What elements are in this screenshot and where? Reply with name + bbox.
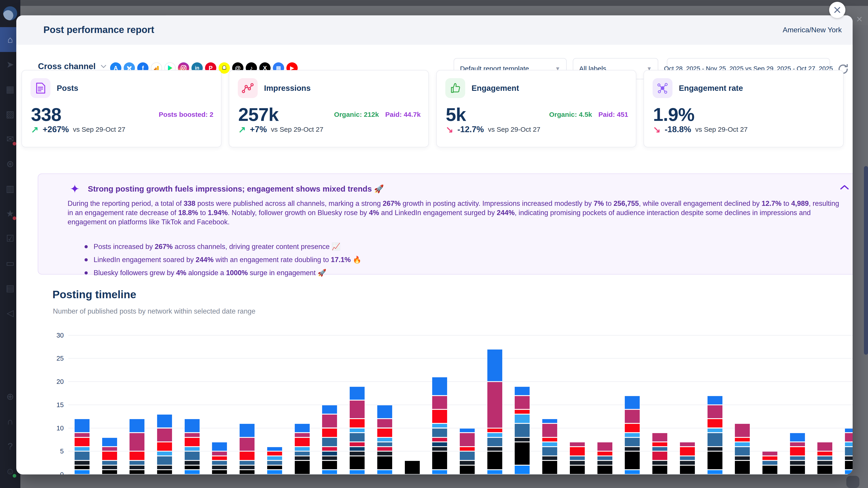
- bar-segment-bluesky-12-nov[interactable]: [487, 470, 502, 474]
- bar-segment-x-7-nov[interactable]: [350, 452, 365, 455]
- bar-segment-threads-6-nov[interactable]: [322, 452, 337, 455]
- bar-segment-facebook-11-nov[interactable]: [460, 429, 475, 432]
- bar-segment-tiktok-20-nov[interactable]: [708, 452, 722, 469]
- overlay-close-icon[interactable]: ×: [854, 13, 865, 24]
- bar-segment-facebook-12-nov[interactable]: [487, 350, 502, 381]
- bar-segment-x-28-oct[interactable]: [74, 461, 90, 465]
- bar-segment-facebook-7-nov[interactable]: [350, 387, 365, 400]
- bar-segment-instagram-3-nov[interactable]: [240, 438, 254, 451]
- bar-segment-youtube-8-nov[interactable]: [377, 429, 392, 437]
- bar-segment-twitter-14-nov[interactable]: [542, 442, 557, 446]
- bar-segment-tiktok-2-nov[interactable]: [212, 470, 227, 474]
- bar-segment-x-14-nov[interactable]: [542, 456, 557, 460]
- bar-segment-pinterest-10-nov[interactable]: [432, 438, 447, 442]
- bar-segment-instagram-17-nov[interactable]: [625, 410, 640, 423]
- bar-segment-facebook-8-nov[interactable]: [377, 405, 392, 418]
- bar-segment-twitter-21-nov[interactable]: [735, 442, 750, 446]
- bar-segment-tiktok-22-nov[interactable]: [763, 466, 777, 474]
- bar-segment-x-3-nov[interactable]: [240, 466, 254, 469]
- bar-segment-bluesky-13-nov[interactable]: [515, 466, 530, 474]
- bar-segment-twitter-1-nov[interactable]: [185, 447, 199, 451]
- bar-segment-instagram-30-oct[interactable]: [129, 433, 145, 451]
- bar-segment-linkedin-11-nov[interactable]: [460, 452, 475, 460]
- bar-segment-instagram-15-nov[interactable]: [570, 442, 585, 446]
- bar-segment-tiktok-18-nov[interactable]: [652, 466, 667, 474]
- bar-segment-instagram-16-nov[interactable]: [597, 442, 612, 451]
- bar-segment-tiktok-7-nov[interactable]: [350, 456, 365, 469]
- bar-segment-linkedin-23-nov[interactable]: [790, 456, 805, 460]
- bar-segment-x-15-nov[interactable]: [570, 461, 585, 465]
- bar-segment-twitter-20-nov[interactable]: [708, 429, 722, 432]
- bar-segment-facebook-2-nov[interactable]: [212, 442, 227, 451]
- bar-segment-pinterest-8-nov[interactable]: [377, 447, 392, 451]
- bar-segment-facebook-31-oct[interactable]: [157, 415, 172, 428]
- bar-segment-tiktok-10-nov[interactable]: [432, 452, 447, 469]
- bar-segment-linkedin-4-nov[interactable]: [267, 461, 282, 465]
- bar-segment-twitter-28-oct[interactable]: [74, 447, 90, 451]
- bar-segment-youtube-4-nov[interactable]: [267, 452, 282, 455]
- bar-segment-youtube-31-oct[interactable]: [157, 442, 172, 451]
- bar-segment-tiktok-13-nov[interactable]: [515, 442, 530, 465]
- bar-segment-instagram-20-nov[interactable]: [708, 405, 722, 418]
- bar-segment-tiktok-9-nov[interactable]: [405, 461, 420, 474]
- bar-segment-linkedin-5-nov[interactable]: [295, 452, 310, 455]
- bar-segment-x-21-nov[interactable]: [735, 456, 750, 460]
- bar-segment-facebook-4-nov[interactable]: [267, 447, 282, 451]
- bar-segment-youtube-23-nov[interactable]: [790, 447, 805, 455]
- bar-segment-youtube-18-nov[interactable]: [652, 442, 667, 446]
- bar-segment-bluesky-4-nov[interactable]: [267, 470, 282, 474]
- bar-segment-instagram-1-nov[interactable]: [185, 433, 199, 437]
- bar-segment-facebook-1-nov[interactable]: [185, 419, 199, 432]
- bar-segment-facebook-30-oct[interactable]: [129, 419, 145, 432]
- bar-segment-twitter-10-nov[interactable]: [432, 424, 447, 428]
- bar-segment-linkedin-21-nov[interactable]: [735, 447, 750, 455]
- bar-segment-facebook-13-nov[interactable]: [515, 387, 530, 395]
- bar-segment-bluesky-6-nov[interactable]: [322, 470, 337, 474]
- bar-segment-youtube-11-nov[interactable]: [460, 447, 475, 451]
- bar-segment-twitter-31-oct[interactable]: [157, 452, 172, 455]
- bar-segment-linkedin-12-nov[interactable]: [487, 438, 502, 446]
- bar-segment-x-2-nov[interactable]: [212, 466, 227, 469]
- bar-segment-linkedin-30-oct[interactable]: [129, 461, 145, 465]
- bar-segment-tiktok-8-nov[interactable]: [377, 456, 392, 469]
- bar-segment-x-19-nov[interactable]: [680, 461, 695, 465]
- bar-segment-youtube-3-nov[interactable]: [240, 452, 254, 460]
- brand-logo[interactable]: [3, 6, 17, 20]
- bar-segment-youtube-16-nov[interactable]: [597, 452, 612, 455]
- bar-segment-tiktok-30-oct[interactable]: [129, 470, 145, 474]
- bar-segment-x-31-oct[interactable]: [157, 466, 172, 469]
- bar-segment-tiktok-24-nov[interactable]: [817, 466, 832, 474]
- bar-segment-x-16-nov[interactable]: [597, 461, 612, 465]
- bar-segment-instagram-21-nov[interactable]: [735, 424, 750, 437]
- bar-segment-linkedin-7-nov[interactable]: [350, 433, 365, 442]
- bar-segment-x-8-nov[interactable]: [377, 452, 392, 455]
- bar-segment-x-1-nov[interactable]: [185, 461, 199, 465]
- bar-segment-youtube-15-nov[interactable]: [570, 447, 585, 455]
- bar-segment-pinterest-6-nov[interactable]: [322, 447, 337, 451]
- bar-segment-youtube-2-nov[interactable]: [212, 456, 227, 460]
- bar-segment-linkedin-2-nov[interactable]: [212, 461, 227, 465]
- bar-segment-instagram-7-nov[interactable]: [350, 400, 365, 418]
- bar-segment-tiktok-15-nov[interactable]: [570, 466, 585, 474]
- bar-segment-x-29-oct[interactable]: [102, 466, 117, 469]
- bar-segment-linkedin-24-nov[interactable]: [817, 456, 832, 460]
- bar-segment-tiktok-4-nov[interactable]: [267, 466, 282, 469]
- bar-segment-linkedin-8-nov[interactable]: [377, 442, 392, 446]
- bar-segment-instagram-13-nov[interactable]: [515, 396, 530, 409]
- bar-segment-youtube-17-nov[interactable]: [625, 424, 640, 432]
- bar-segment-tiktok-23-nov[interactable]: [790, 466, 805, 474]
- bar-segment-tiktok-31-oct[interactable]: [157, 470, 172, 474]
- collapse-button[interactable]: [839, 184, 849, 191]
- bar-segment-threads-7-nov[interactable]: [350, 447, 365, 451]
- bar-segment-youtube-7-nov[interactable]: [350, 419, 365, 427]
- bar-segment-instagram-5-nov[interactable]: [295, 433, 310, 437]
- bar-segment-linkedin-15-nov[interactable]: [570, 456, 585, 460]
- page-scrollbar-thumb[interactable]: [864, 166, 868, 355]
- bar-segment-tiktok-17-nov[interactable]: [625, 452, 640, 469]
- bar-segment-instagram-10-nov[interactable]: [432, 396, 447, 409]
- bar-segment-x-20-nov[interactable]: [708, 447, 722, 451]
- bar-segment-linkedin-29-oct[interactable]: [102, 461, 117, 465]
- bar-segment-facebook-6-nov[interactable]: [322, 405, 337, 414]
- bar-segment-instagram-18-nov[interactable]: [652, 433, 667, 442]
- bar-segment-tiktok-3-nov[interactable]: [240, 470, 254, 474]
